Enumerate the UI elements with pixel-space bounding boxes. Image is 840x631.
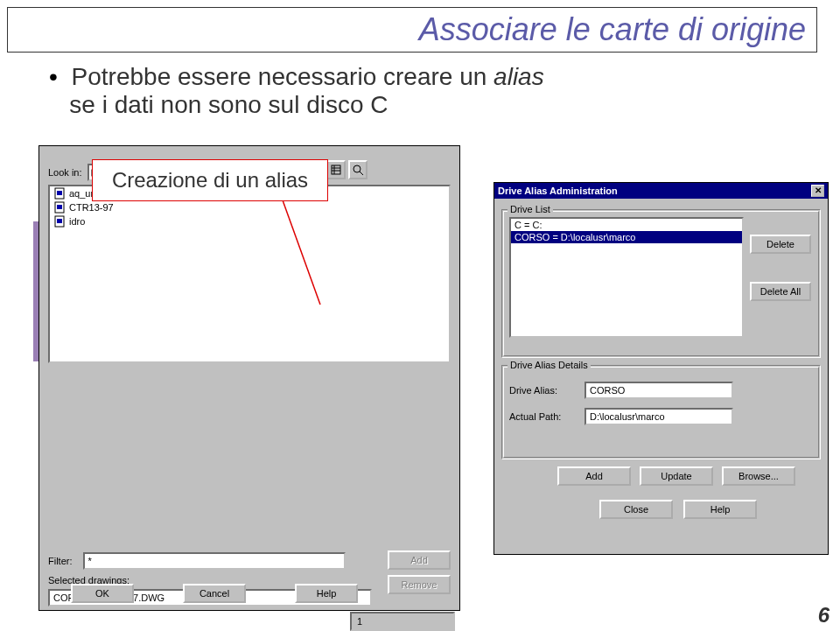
alias-help-button[interactable]: Help <box>683 500 757 519</box>
drive-alias-label: Drive Alias: <box>509 385 584 396</box>
filter-input[interactable]: * <box>83 552 346 570</box>
search-icon <box>352 164 364 176</box>
help-button[interactable]: Help <box>295 584 358 603</box>
ok-button[interactable]: OK <box>71 584 134 603</box>
drive-alias-input[interactable]: CORSO <box>584 382 733 399</box>
alias-add-button[interactable]: Add <box>557 466 631 486</box>
lookin-label: Look in: <box>48 167 82 178</box>
list-item[interactable]: C = C: <box>511 219 742 231</box>
list-item[interactable]: CTR13-97 <box>50 200 449 214</box>
file-list[interactable]: aq_uni_97 CTR13-97 idro <box>48 185 451 363</box>
alias-close-button[interactable]: Close <box>599 500 673 519</box>
list-item[interactable]: idro <box>50 214 449 228</box>
drive-list-group: Drive List C = C: CORSO = D:\localusr\ma… <box>501 209 821 358</box>
remove-button[interactable]: Remove <box>388 575 451 594</box>
svg-rect-10 <box>57 205 62 209</box>
list-item[interactable]: CORSO = D:\localusr\marco <box>511 231 742 243</box>
drive-alias-details-group: Drive Alias Details Drive Alias: CORSO A… <box>501 365 821 459</box>
cancel-button[interactable]: Cancel <box>183 584 246 603</box>
preview-button[interactable] <box>348 160 368 179</box>
dwg-icon <box>53 215 66 228</box>
drive-listbox[interactable]: C = C: CORSO = D:\localusr\marco <box>509 217 744 338</box>
actual-path-input[interactable]: D:\localusr\marco <box>584 408 733 425</box>
page-field: 1 <box>350 612 455 631</box>
callout-box: Creazione di un alias <box>92 159 328 201</box>
close-icon[interactable]: ✕ <box>811 185 824 197</box>
bullet-text: • Potrebbe essere necessario creare un a… <box>49 63 544 119</box>
add-button[interactable]: Add <box>388 550 451 570</box>
details-view-button[interactable] <box>326 160 346 179</box>
alias-update-button[interactable]: Update <box>640 466 713 486</box>
delete-button[interactable]: Delete <box>750 235 811 254</box>
slide-title: Associare le carte di origine <box>419 11 806 48</box>
bullet-dot: • <box>49 63 58 90</box>
delete-all-button[interactable]: Delete All <box>750 282 811 301</box>
drive-list-label: Drive List <box>508 204 553 214</box>
svg-rect-12 <box>57 219 62 223</box>
svg-point-6 <box>354 165 360 172</box>
svg-rect-5 <box>332 165 340 174</box>
alias-browse-button[interactable]: Browse... <box>722 466 795 486</box>
open-dialog: Look in: (CORSO = D:\localusr\marco) ▼ <box>38 145 460 611</box>
details-label: Drive Alias Details <box>508 360 591 370</box>
slide-title-box: Associare le carte di origine <box>7 7 817 53</box>
svg-rect-8 <box>57 191 62 195</box>
page-number: 6 <box>818 603 830 627</box>
drive-alias-dialog: Drive Alias Administration ✕ Drive List … <box>494 182 829 555</box>
dwg-icon <box>53 201 66 214</box>
actual-path-label: Actual Path: <box>509 411 584 422</box>
details-icon <box>330 164 342 176</box>
filter-label: Filter: <box>48 556 73 566</box>
dialog-titlebar[interactable]: Drive Alias Administration ✕ <box>494 183 828 199</box>
dwg-icon <box>53 187 66 200</box>
